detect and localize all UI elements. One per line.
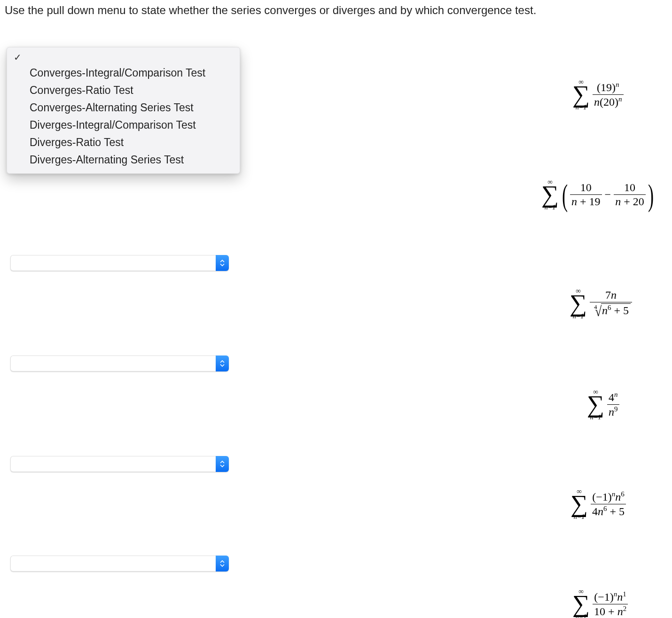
menu-option[interactable]: Converges-Alternating Series Test <box>7 99 240 116</box>
chevron-updown-icon <box>216 355 229 371</box>
chevron-updown-icon <box>216 255 229 271</box>
select-value <box>10 355 216 371</box>
chevron-updown-icon <box>216 556 229 572</box>
dropdown-menu-open[interactable]: ✓ Converges-Integral/Comparison Test Con… <box>7 47 240 174</box>
menu-option[interactable]: Converges-Ratio Test <box>7 82 240 99</box>
menu-selected-blank[interactable]: ✓ <box>7 50 240 64</box>
menu-option[interactable]: Diverges-Integral/Comparison Test <box>7 116 240 134</box>
series-formula-6: ∞ ∑ n=1 (−1)nn1 10 + n2 <box>572 587 628 618</box>
select-value <box>10 456 216 472</box>
select-value <box>10 255 216 271</box>
instruction-text: Use the pull down menu to state whether … <box>5 4 536 17</box>
answer-select-3[interactable] <box>10 355 229 371</box>
select-value <box>10 556 216 572</box>
series-formula-5: ∞ ∑ n=1 (−1)nn6 4n6 + 5 <box>570 487 626 520</box>
series-formula-1: ∞ ∑ n=1 (19)n n(20)n <box>572 77 624 111</box>
answer-select-2[interactable] <box>10 255 229 271</box>
answer-select-4[interactable] <box>10 456 229 472</box>
series-formula-4: ∞ ∑ n=1 4n n9 <box>587 387 619 421</box>
menu-option[interactable]: Diverges-Ratio Test <box>7 134 240 151</box>
series-formula-2: ∞ ∑ n=1 ( 10 n + 19 − 10 n + 20 ) <box>541 178 656 211</box>
menu-option[interactable]: Converges-Integral/Comparison Test <box>7 64 240 82</box>
chevron-updown-icon <box>216 456 229 472</box>
answer-select-5[interactable] <box>10 556 229 572</box>
menu-option[interactable]: Diverges-Alternating Series Test <box>7 151 240 169</box>
series-formula-3: ∞ ∑ n=1 7n 4 √ n6 + 5 <box>570 286 632 320</box>
